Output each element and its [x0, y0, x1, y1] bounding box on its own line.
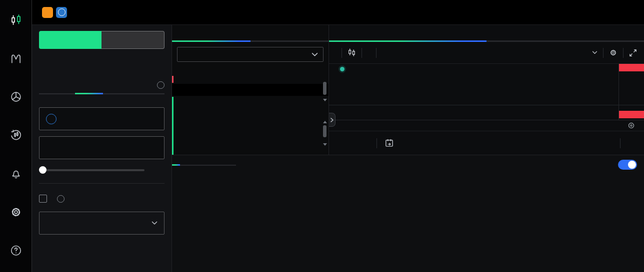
- trade-candles-icon: [10, 13, 22, 26]
- question-circle-icon: [10, 244, 22, 257]
- aggregation-select[interactable]: [177, 47, 324, 62]
- amount-slider-row: [39, 169, 164, 171]
- stat-last-price: [172, 7, 274, 17]
- mid-price-row: [172, 84, 328, 96]
- sell-button[interactable]: [102, 31, 164, 49]
- order-entry-panel: [32, 25, 172, 272]
- tab-fills[interactable]: [250, 25, 329, 42]
- chart-panel: [329, 25, 644, 155]
- orders-panel: [172, 155, 644, 272]
- volume-badge: [619, 111, 644, 118]
- tab-price-chart[interactable]: [329, 25, 486, 42]
- order-book-tabs: [172, 25, 328, 42]
- sidebar: [0, 0, 32, 272]
- amount-field: [39, 136, 164, 159]
- pair-selector[interactable]: [32, 0, 172, 24]
- limit-price-input[interactable]: [62, 115, 158, 123]
- tab-order-book[interactable]: [172, 25, 250, 42]
- panel-collapse-handle[interactable]: [329, 113, 336, 127]
- chart-footer: [329, 131, 644, 155]
- divider: [39, 183, 164, 184]
- bids-scrollbar[interactable]: [323, 121, 327, 146]
- bell-icon: [10, 167, 22, 180]
- order-type-tabs: [39, 81, 164, 94]
- info-icon[interactable]: [57, 195, 64, 203]
- usdc-icon: [46, 114, 56, 124]
- chart-settings-gear-icon[interactable]: [609, 48, 618, 57]
- buy-button[interactable]: [39, 31, 102, 49]
- history-icon: [10, 129, 22, 142]
- amount-slider[interactable]: [39, 169, 144, 171]
- tab-depth-chart[interactable]: [486, 25, 644, 42]
- all-markets-toggle[interactable]: [618, 160, 637, 170]
- usdc-logo-icon: [56, 7, 67, 18]
- market-stats: [172, 0, 644, 24]
- market-header: [32, 0, 644, 25]
- stat-btc-apr: [475, 11, 575, 13]
- stat-usdc-apr: [575, 11, 581, 13]
- chart-plot[interactable]: [329, 64, 618, 120]
- buy-sell-toggle: [39, 31, 164, 49]
- pie-chart-icon: [10, 90, 22, 103]
- chevron-down-icon[interactable]: [592, 51, 598, 54]
- market-status-dot-icon: [340, 67, 344, 71]
- active-tab-underline: [75, 93, 103, 94]
- order-book-header: [172, 63, 328, 76]
- trading-app: [0, 0, 644, 272]
- chevron-down-icon: [152, 221, 158, 225]
- info-icon[interactable]: [157, 81, 164, 89]
- pane-divider[interactable]: [329, 105, 644, 105]
- chart-canvas: [329, 64, 644, 120]
- sidebar-item-history[interactable]: [0, 117, 32, 156]
- chart-tabs: [329, 25, 644, 42]
- fullscreen-icon[interactable]: [629, 49, 637, 57]
- go-to-date-calendar-icon[interactable]: [384, 138, 394, 148]
- asks-scrollbar[interactable]: [323, 82, 327, 101]
- order-book-asks: [172, 76, 328, 83]
- candle-style-icon[interactable]: [348, 48, 356, 57]
- limit-price-field: [39, 107, 164, 130]
- amm-icon: [10, 52, 22, 65]
- price-axis[interactable]: [618, 64, 644, 120]
- sidebar-item-portfolio[interactable]: [0, 79, 32, 117]
- chart-toolbar: [329, 42, 644, 64]
- last-price-badge: [619, 64, 644, 71]
- order-book-panel: [172, 25, 329, 155]
- post-only-checkbox[interactable]: [39, 195, 47, 203]
- sidebar-item-reference[interactable]: [0, 233, 32, 271]
- chevron-down-icon: [312, 52, 318, 57]
- sidebar-item-trade[interactable]: [0, 2, 32, 40]
- sidebar-item-amm[interactable]: [0, 40, 32, 79]
- order-book-bids: [172, 97, 328, 155]
- amount-input[interactable]: [51, 144, 158, 152]
- stat-24h-volume: [365, 7, 475, 17]
- chart-legend: [336, 67, 350, 74]
- sidebar-item-alerts[interactable]: [0, 156, 32, 194]
- stat-24h-change: [274, 7, 365, 17]
- chart-time-axis[interactable]: [329, 120, 644, 131]
- time-in-force-select[interactable]: [39, 212, 164, 235]
- slider-knob[interactable]: [39, 166, 46, 174]
- gear-icon: [10, 206, 22, 219]
- axis-settings-icon[interactable]: [628, 122, 635, 130]
- sidebar-item-settings[interactable]: [0, 194, 32, 233]
- btc-logo-icon: [42, 7, 53, 18]
- orders-tabs: [172, 155, 236, 166]
